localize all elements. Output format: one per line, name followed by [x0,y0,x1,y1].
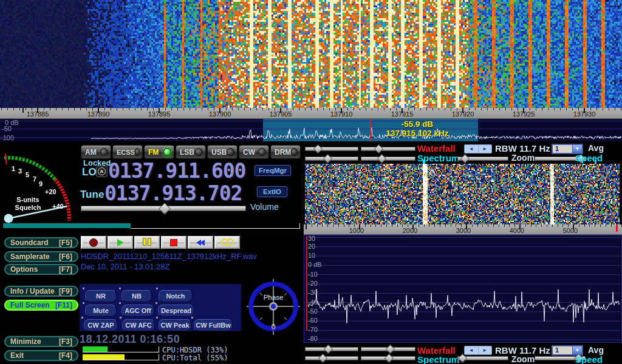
cw-zap-button[interactable]: CW ZAP [84,319,118,331]
spinner-right-icon[interactable]: ► [479,346,492,354]
waterfall-brightness-slider[interactable] [361,146,415,152]
spectrum-offset-slider[interactable] [361,156,415,161]
mode-button-usb[interactable]: USB [207,145,238,159]
mode-button-ecss[interactable]: ECSS [112,145,143,159]
slider-thumb[interactable] [374,144,384,154]
play-button[interactable] [108,236,133,249]
overview-spectrum-canvas[interactable] [0,119,622,141]
volume-slider-thumb[interactable] [159,203,171,215]
nb-button[interactable]: NB [121,290,152,302]
mode-button-am[interactable]: AM [81,145,111,159]
dropdown-arrow-icon[interactable]: ▼ [572,145,582,153]
tune-frequency-display[interactable]: 0137.913.702 [104,183,242,203]
despread-button[interactable]: Despread [158,305,194,317]
mode-led-icon [291,148,298,156]
audio-spectrum-display[interactable]: 30 20 10 0 dB -10 -20 -30 -40 -50 -60 -7… [304,235,622,343]
main-frequency-ruler[interactable]: 137885 137890 137895 137900 137905 13791… [0,108,622,119]
record-button[interactable] [81,236,106,249]
slider-thumb[interactable] [324,345,333,354]
overview-spectrum[interactable]: 0 dB -50 -100 -55.9 dB 137.915.102 kHz [0,119,622,141]
playback-progress-bar[interactable] [3,223,300,228]
zoom-slider-bottom[interactable] [457,356,508,361]
tune-label: Tune [80,189,104,201]
button-hotkey: [F11] [55,301,72,309]
lo-a-button[interactable]: A [96,166,108,177]
mode-label: CW [243,148,258,157]
avg-label-top: Avg [588,143,604,153]
stop-button[interactable] [161,236,186,249]
waterfall-contrast-slider-bottom[interactable] [305,346,358,352]
lo-frequency-display[interactable]: 0137.911.600 [108,161,245,181]
slider-thumb[interactable] [313,144,323,154]
volume-label: Volume [250,202,279,212]
mode-label: ECSS [117,149,135,156]
slider-thumb[interactable] [384,354,394,363]
volume-slider[interactable] [81,205,246,212]
speed-label-bottom: Speed [575,354,603,364]
notch-button[interactable]: Notch [159,290,193,302]
s-meter-gauge[interactable]: 1 3 5 7 9 +20 +40 S-units Squelch [1,144,78,223]
mode-button-lsb[interactable]: LSB [176,145,206,159]
zoom-slider-top[interactable] [457,156,508,161]
avg-dropdown-value: 1 [553,346,572,354]
loop-button[interactable] [214,236,240,249]
info-update-button[interactable]: Info / Update[F9] [4,286,78,297]
waterfall-contrast-slider[interactable] [305,146,358,152]
button-label: Options [10,265,38,274]
spectrum-offset-slider-bottom[interactable] [361,356,415,361]
loop-icon [221,237,234,248]
freqmgr-button[interactable]: FreqMgr [255,165,291,176]
spinner-right-icon[interactable]: ► [479,145,492,153]
cw-fullbw-button[interactable]: CW FullBw [194,319,233,331]
slider-track[interactable] [361,157,415,161]
pause-button[interactable] [134,236,160,249]
rbw-spinner-top[interactable]: ◄ ► [464,144,492,153]
full-screen-button[interactable]: Full Screen[F11] [4,300,78,311]
agc-button[interactable]: AGC Off [121,305,154,317]
audio-frequency-ruler[interactable]: 1000 2000 3000 4000 5000 [304,224,622,235]
smeter-needle-pivot [4,214,13,223]
rewind-icon [197,237,204,248]
options-button[interactable]: Options[F7] [4,264,78,275]
audio-waterfall-display[interactable] [305,164,620,224]
slider-thumb[interactable] [377,154,387,164]
spinner-left-icon[interactable]: ◄ [465,346,479,354]
nr-button[interactable]: NR [85,290,117,302]
slider-thumb[interactable] [318,354,327,363]
rewind-button[interactable] [188,236,213,249]
recording-timestamp: Dec 10, 2011 - 13:01:28Z [81,262,169,271]
mute-button[interactable]: Mute [85,305,117,317]
freq-tick-label: 137895 [138,110,180,118]
cw-afc-button[interactable]: CW AFC [122,319,155,331]
exit-button[interactable]: Exit[F4] [4,350,78,361]
samplerate-button[interactable]: Samplerate[F6] [4,251,78,262]
spinner-left-icon[interactable]: ◄ [465,145,479,153]
button-label: Minimize [10,337,41,346]
phase-center-dot [270,303,277,310]
mode-button-fm[interactable]: FM [144,145,174,159]
slider-thumb[interactable] [323,154,332,164]
minimize-button[interactable]: Minimize[F3] [4,336,78,347]
dropdown-arrow-icon[interactable]: ▼ [572,346,582,354]
extio-button[interactable]: ExtIO [257,186,287,197]
slider-thumb[interactable] [460,154,470,164]
waterfall-label-top: Waterfall [417,143,456,153]
cw-peak-button[interactable]: CW Peak [159,319,191,331]
waterfall-brightness-slider-bottom[interactable] [361,346,415,352]
db-scale-label: -30 [308,289,318,296]
rbw-spinner-bottom[interactable]: ◄ ► [464,346,492,355]
audio-spectrum-canvas[interactable] [304,235,621,342]
cursor-db-value: -55.9 dB [372,120,463,129]
spectrum-range-slider-bottom[interactable] [305,356,358,361]
smeter-tick: 7 [33,175,36,183]
spectrum-range-slider[interactable] [305,156,358,161]
slider-track[interactable] [305,356,358,360]
freq-tick-label: 137890 [77,110,120,118]
slider-thumb[interactable] [386,345,395,354]
main-waterfall-display[interactable] [0,0,622,108]
mode-button-cw[interactable]: CW [239,145,269,159]
soundcard-button[interactable]: Soundcard[F5] [4,237,78,248]
slider-track[interactable] [361,147,415,151]
button-label: Samplerate [10,252,50,261]
mode-button-drm[interactable]: DRM [270,145,301,159]
